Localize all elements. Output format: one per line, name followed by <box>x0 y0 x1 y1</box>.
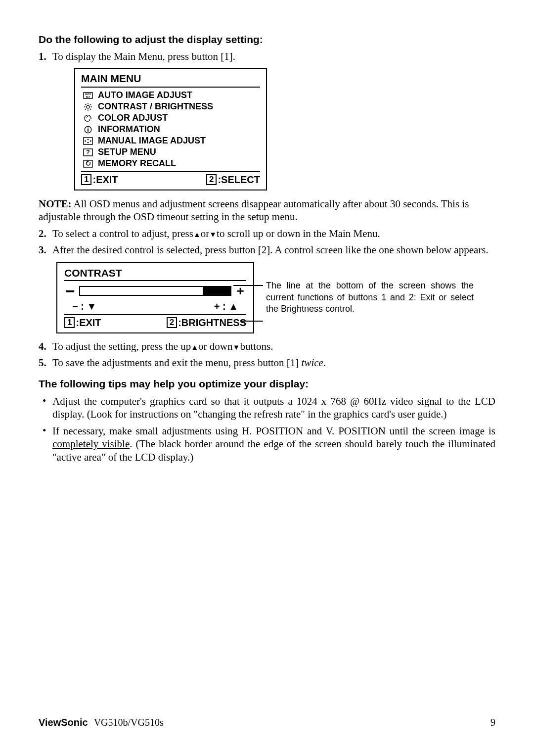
brightness-icon <box>82 102 94 111</box>
svg-marker-21 <box>85 140 86 142</box>
step-2: 2. To select a control to adjust, presso… <box>39 228 495 240</box>
menu-label: MEMORY RECALL <box>98 158 176 169</box>
step-2-text: To select a control to adjust, pressorto… <box>52 228 495 240</box>
svg-rect-17 <box>88 129 89 131</box>
svg-line-11 <box>85 108 86 109</box>
down-triangle-icon <box>233 340 240 352</box>
contrast-caption: The line at the bottom of the screen sho… <box>266 280 474 315</box>
key-2: 2 <box>206 174 217 185</box>
caption-text: The line at the bottom of the screen sho… <box>266 280 474 315</box>
step-3-num: 3. <box>39 244 52 256</box>
step-5-b: twice <box>302 357 323 369</box>
step-1-text: To display the Main Menu, press button [… <box>52 50 495 63</box>
main-menu-title: MAIN MENU <box>75 69 266 87</box>
footer-exit: 1:EXIT <box>81 174 118 186</box>
svg-point-13 <box>87 116 88 117</box>
menu-item-color-adjust: COLOR ADJUST <box>81 112 260 124</box>
question-icon: ? <box>82 148 94 157</box>
contrast-arrow-row: − : ▼ + : ▲ <box>57 299 253 314</box>
note-label: NOTE: <box>39 198 72 210</box>
menu-item-manual-image-adjust: MANUAL IMAGE ADJUST <box>81 135 260 146</box>
page-footer: ViewSonicVG510b/VG510s 9 <box>39 717 495 728</box>
up-triangle-icon <box>193 228 201 239</box>
recall-icon <box>82 159 94 168</box>
step-4-c: buttons. <box>240 340 273 352</box>
tip-2-a: If necessary, make small adjustments usi… <box>52 425 495 437</box>
svg-marker-20 <box>87 142 89 143</box>
step-2-a: To select a control to adjust, press <box>52 228 193 239</box>
svg-point-12 <box>86 117 87 118</box>
step-4-text: To adjust the setting, press the upor do… <box>52 340 495 353</box>
step-4-b: or down <box>198 340 232 352</box>
contrast-exit-label: :EXIT <box>76 317 101 328</box>
leader-line-icon <box>241 321 263 322</box>
step-4-a: To adjust the setting, press the up <box>52 340 191 352</box>
plus-arrow-label: + : ▲ <box>214 301 238 312</box>
svg-line-8 <box>85 104 86 105</box>
down-triangle-icon <box>209 228 217 239</box>
step-4: 4. To adjust the setting, press the upor… <box>39 340 495 353</box>
menu-label: AUTO IMAGE ADJUST <box>98 90 192 100</box>
main-menu-box: MAIN MENU AUTOSET AUTO IMAGE ADJUST CONT… <box>74 68 267 190</box>
menu-item-setup-menu: ? SETUP MENU <box>81 146 260 158</box>
svg-marker-19 <box>87 139 89 140</box>
note-paragraph: NOTE: All OSD menus and adjustment scree… <box>39 197 495 224</box>
manual-adjust-icon <box>82 137 94 145</box>
svg-marker-26 <box>88 161 89 163</box>
svg-line-10 <box>90 104 91 105</box>
menu-label: INFORMATION <box>98 124 160 135</box>
menu-label: CONTRAST / BRIGHTNESS <box>98 101 213 112</box>
bullet-icon: • <box>43 425 52 437</box>
contrast-footer-brightness: 2:BRIGHTNESS <box>167 317 246 329</box>
menu-label: COLOR ADJUST <box>98 113 168 123</box>
key-1: 1 <box>81 174 91 185</box>
contrast-slider-row: − + <box>57 281 253 299</box>
footer-left: ViewSonicVG510b/VG510s <box>39 717 164 728</box>
contrast-and-caption: CONTRAST − + − : ▼ + : ▲ 1:EXIT 2:BRIGHT… <box>56 262 495 333</box>
svg-point-14 <box>89 116 90 117</box>
menu-label: MANUAL IMAGE ADJUST <box>98 136 206 146</box>
auto-set-icon: AUTOSET <box>82 91 94 100</box>
note-text: All OSD menus and adjustment screens dis… <box>39 198 469 223</box>
main-menu-footer: 1:EXIT 2:SELECT <box>75 172 266 189</box>
footer-model: VG510b/VG510s <box>94 717 164 728</box>
step-5-num: 5. <box>39 357 52 369</box>
menu-item-memory-recall: MEMORY RECALL <box>81 158 260 169</box>
leader-line-icon <box>233 285 263 286</box>
step-4-num: 4. <box>39 340 52 353</box>
svg-text:AUTO: AUTO <box>85 93 91 95</box>
info-icon <box>82 125 94 134</box>
step-5-text: To save the adjustments and exit the men… <box>52 357 495 369</box>
plus-icon: + <box>234 286 246 295</box>
contrast-footer: 1:EXIT 2:BRIGHTNESS <box>57 315 253 332</box>
svg-marker-22 <box>90 140 91 142</box>
step-5-a: To save the adjustments and exit the men… <box>52 357 302 369</box>
bullet-icon: • <box>43 395 52 407</box>
contrast-box: CONTRAST − + − : ▼ + : ▲ 1:EXIT 2:BRIGHT… <box>56 262 254 333</box>
tip-1: • Adjust the computer's graphics card so… <box>43 395 495 421</box>
footer-brand: ViewSonic <box>39 717 88 728</box>
key-1: 1 <box>64 317 75 328</box>
step-5: 5. To save the adjustments and exit the … <box>39 357 495 369</box>
step-2-c: to scroll up or down in the Main Menu. <box>217 228 380 239</box>
svg-point-3 <box>87 105 89 108</box>
select-label: :SELECT <box>218 174 260 185</box>
step-2-b: or <box>201 228 210 239</box>
exit-label: :EXIT <box>92 174 118 185</box>
step-1-num: 1. <box>39 50 52 63</box>
menu-item-information: INFORMATION <box>81 124 260 135</box>
svg-line-9 <box>90 108 91 109</box>
step-3-text: After the desired control is selected, p… <box>52 244 495 256</box>
heading-do-the-following: Do the following to adjust the display s… <box>39 34 495 46</box>
minus-arrow-label: − : ▼ <box>72 301 96 312</box>
slider-fill <box>203 287 230 295</box>
heading-tips: The following tips may help you optimize… <box>39 378 495 390</box>
tip-2-b: completely visible <box>52 438 130 450</box>
menu-item-auto-image-adjust: AUTOSET AUTO IMAGE ADJUST <box>81 90 260 101</box>
step-3: 3. After the desired control is selected… <box>39 244 495 256</box>
step-1: 1. To display the Main Menu, press butto… <box>39 50 495 63</box>
svg-text:?: ? <box>86 149 89 156</box>
tip-2-text: If necessary, make small adjustments usi… <box>52 425 495 464</box>
minus-icon: − <box>64 286 76 295</box>
footer-page-number: 9 <box>490 717 495 728</box>
